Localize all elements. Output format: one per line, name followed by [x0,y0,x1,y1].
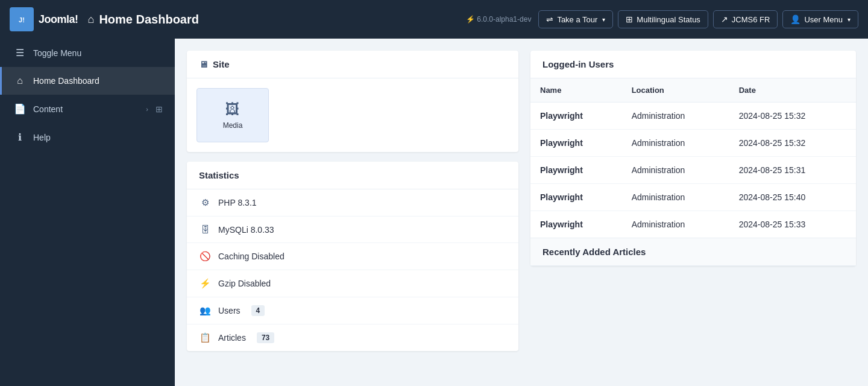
stat-row-articles: 📋 Articles 73 [187,324,518,351]
multilingual-status-button[interactable]: ⊞ Multilingual Status [618,10,708,28]
right-column: Logged-in Users Name Location Date Playw… [530,51,856,374]
col-name: Name [530,78,622,103]
sidebar-item-label: Home Dashboard [33,76,163,86]
database-icon: 🗄 [199,224,211,235]
users-table: Name Location Date Playwright Administra… [530,78,856,238]
user-name: Playwright [530,103,622,130]
media-item[interactable]: 🖼 Media [197,88,269,142]
caching-icon: 🚫 [199,251,211,262]
user-location: Administration [622,130,729,157]
sidebar-item-label: Help [33,133,163,142]
statistics-panel-header: Statistics [187,162,518,189]
sidebar-item-label: Content [33,104,139,114]
joomla-logo-icon: J! [10,7,34,31]
logo: J! Joomla! [10,7,78,31]
header-left: J! Joomla! ⌂ Home Dashboard [10,7,199,31]
sidebar-item-content[interactable]: 📄 Content › ⊞ [0,95,175,123]
user-name: Playwright [530,211,622,238]
media-item-label: Media [223,121,243,130]
chevron-down-icon: ▾ [848,16,851,23]
table-row: Playwright Administration 2024-08-25 15:… [530,211,856,238]
user-date: 2024-08-25 15:31 [729,157,856,184]
stats-list: ⚙ PHP 8.3.1 🗄 MySQLi 8.0.33 🚫 Caching Di… [187,189,518,351]
gzip-icon: ⚡ [199,278,211,289]
help-icon: ℹ [14,131,26,143]
col-location: Location [622,78,729,103]
toggle-menu-icon: ☰ [14,47,26,59]
jcms6-fr-button[interactable]: ↗ JCMS6 FR [713,10,778,28]
stat-row-users: 👥 Users 4 [187,297,518,324]
recently-added-title: Recently Added Articles [530,238,856,266]
statistics-panel: Statistics ⚙ PHP 8.3.1 🗄 MySQLi 8.0.33 🚫… [187,162,518,351]
logged-in-users-panel: Logged-in Users Name Location Date Playw… [530,51,856,266]
stat-label: Gzip Disabled [218,279,271,288]
page-title-area: ⌂ Home Dashboard [88,13,199,27]
home-icon: ⌂ [88,13,95,26]
sidebar-item-home-dashboard[interactable]: ⌂ Home Dashboard [0,67,175,95]
stat-row-php: ⚙ PHP 8.3.1 [187,189,518,217]
user-date: 2024-08-25 15:40 [729,184,856,211]
home-icon: ⌂ [14,75,26,86]
table-row: Playwright Administration 2024-08-25 15:… [530,130,856,157]
stat-row-caching: 🚫 Caching Disabled [187,243,518,270]
tour-icon: ⇌ [546,14,553,24]
stat-label: PHP 8.3.1 [218,198,257,207]
user-icon: 👤 [790,14,800,24]
stat-row-mysql: 🗄 MySQLi 8.0.33 [187,217,518,243]
sidebar-item-help[interactable]: ℹ Help [0,123,175,151]
table-row: Playwright Administration 2024-08-25 15:… [530,184,856,211]
col-date: Date [729,78,856,103]
stat-label: MySQLi 8.0.33 [218,225,274,235]
user-name: Playwright [530,184,622,211]
logged-in-users-header: Logged-in Users [530,51,856,78]
user-name: Playwright [530,157,622,184]
take-tour-button[interactable]: ⇌ Take a Tour ▾ [538,10,613,28]
table-header-row: Name Location Date [530,78,856,103]
header: J! Joomla! ⌂ Home Dashboard ⚡ 6.0.0-alph… [0,0,868,39]
content-icon: 📄 [14,103,26,115]
stat-label: Caching Disabled [218,252,285,261]
page-title: Home Dashboard [99,13,199,27]
users-icon: 👥 [199,305,211,316]
logo-text: Joomla! [39,13,78,26]
articles-badge: 73 [257,332,274,343]
header-right: ⚡ 6.0.0-alpha1-dev ⇌ Take a Tour ▾ ⊞ Mul… [466,10,858,28]
php-icon: ⚙ [199,197,211,208]
multilingual-icon: ⊞ [626,14,633,24]
monitor-icon: 🖥 [199,59,208,69]
table-row: Playwright Administration 2024-08-25 15:… [530,103,856,130]
user-menu-button[interactable]: 👤 User Menu ▾ [782,10,858,28]
grid-icon: ⊞ [156,104,163,114]
user-location: Administration [622,103,729,130]
site-panel-header: 🖥 Site [187,51,518,78]
site-panel-title: Site [213,59,230,69]
user-date: 2024-08-25 15:32 [729,103,856,130]
user-location: Administration [622,184,729,211]
main-content: 🖥 Site 🖼 Media Statistics ⚙ PHP 8.3.1 [175,39,868,386]
user-location: Administration [622,157,729,184]
external-link-icon: ↗ [721,14,728,24]
user-date: 2024-08-25 15:33 [729,211,856,238]
site-panel: 🖥 Site 🖼 Media [187,51,518,152]
user-date: 2024-08-25 15:32 [729,130,856,157]
stat-label: Articles [218,333,246,343]
sidebar-item-toggle-menu[interactable]: ☰ Toggle Menu [0,39,175,67]
chevron-right-icon: › [146,106,148,113]
image-icon: 🖼 [225,101,240,118]
users-table-container: Name Location Date Playwright Administra… [530,78,856,238]
table-row: Playwright Administration 2024-08-25 15:… [530,157,856,184]
svg-text:J!: J! [19,16,25,24]
statistics-panel-title: Statistics [199,170,239,180]
articles-icon: 📋 [199,332,211,343]
user-name: Playwright [530,130,622,157]
media-grid: 🖼 Media [187,78,518,152]
version-badge: ⚡ 6.0.0-alpha1-dev [466,15,531,24]
stat-label: Users [218,306,241,315]
sidebar: ☰ Toggle Menu ⌂ Home Dashboard 📄 Content… [0,39,175,386]
left-column: 🖥 Site 🖼 Media Statistics ⚙ PHP 8.3.1 [187,51,518,374]
stat-row-gzip: ⚡ Gzip Disabled [187,270,518,297]
chevron-down-icon: ▾ [602,16,605,23]
users-badge: 4 [251,305,265,316]
logged-in-users-title: Logged-in Users [542,59,614,69]
user-location: Administration [622,211,729,238]
